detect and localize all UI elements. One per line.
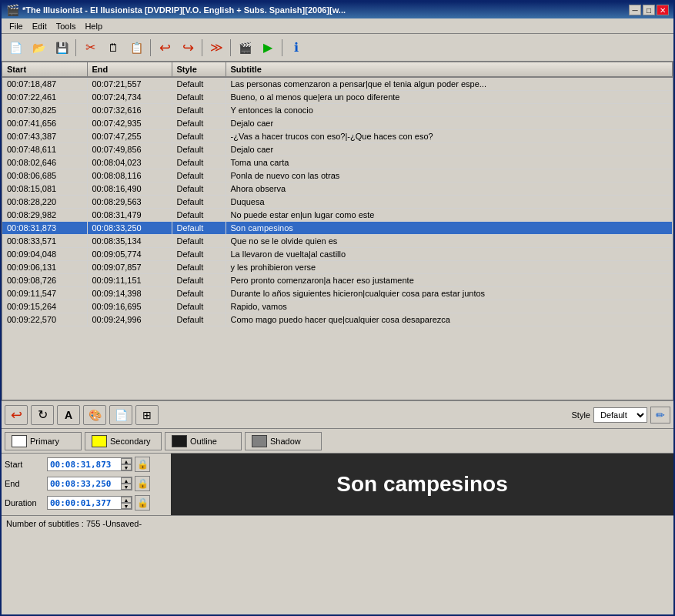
cell-start: 00:07:22,461 bbox=[2, 91, 87, 104]
info-button[interactable]: ℹ bbox=[286, 38, 307, 58]
save-button[interactable]: 💾 bbox=[51, 38, 72, 58]
table-row[interactable]: 00:08:06,685 00:08:08,116 Default Ponla … bbox=[2, 169, 673, 182]
restore-button[interactable]: □ bbox=[643, 5, 655, 15]
paste-button[interactable]: 📋 bbox=[125, 38, 147, 58]
new-button[interactable]: 📄 bbox=[5, 38, 26, 58]
cell-subtitle: y les prohibieron verse bbox=[226, 261, 673, 274]
primary-color-swatch bbox=[12, 435, 27, 447]
app-window: 🎬 *The Illusionist - El Ilusionista [DVD… bbox=[0, 0, 675, 616]
window-controls: ─ □ ✕ bbox=[629, 5, 669, 15]
cell-style: Default bbox=[172, 77, 226, 91]
end-time-input[interactable] bbox=[48, 478, 121, 490]
subtitle-preview-area: Son campesinos bbox=[171, 454, 673, 515]
redo-action-button[interactable]: ↻ bbox=[31, 405, 54, 425]
outline-color-button[interactable]: Outline bbox=[165, 432, 242, 450]
table-row[interactable]: 00:09:08,726 00:09:11,151 Default Pero p… bbox=[2, 274, 673, 287]
end-up-button[interactable]: ▲ bbox=[121, 477, 132, 484]
table-row[interactable]: 00:08:15,081 00:08:16,490 Default Ahora … bbox=[2, 182, 673, 196]
undo-action-button[interactable]: ↩ bbox=[5, 405, 28, 425]
subtitle-table-container[interactable]: Start End Style Subtitle 00:07:18,487 00… bbox=[2, 62, 673, 400]
duration-down-button[interactable]: ▼ bbox=[121, 503, 132, 509]
duration-up-button[interactable]: ▲ bbox=[121, 497, 132, 503]
end-lock-button[interactable]: 🔒 bbox=[135, 476, 150, 491]
cell-subtitle: Toma una carta bbox=[226, 156, 673, 169]
cell-subtitle: Pero pronto comenzaron|a hacer eso justa… bbox=[226, 274, 673, 287]
menu-file[interactable]: File bbox=[5, 21, 28, 32]
video-button[interactable]: 🎬 bbox=[234, 38, 256, 58]
table-row[interactable]: 00:07:48,611 00:07:49,856 Default Dejalo… bbox=[2, 143, 673, 156]
redo-button[interactable]: ↪ bbox=[177, 38, 199, 58]
color-pick-button[interactable]: 🎨 bbox=[83, 405, 106, 425]
table-row[interactable]: 00:08:28,220 00:08:29,563 Default Duques… bbox=[2, 196, 673, 209]
table-row[interactable]: 00:07:18,487 00:07:21,557 Default Las pe… bbox=[2, 77, 673, 91]
cell-subtitle: Que no se le olvide quien es bbox=[226, 235, 673, 248]
style-edit-button[interactable]: ✏ bbox=[650, 407, 670, 424]
shadow-color-button[interactable]: Shadow bbox=[245, 432, 322, 450]
menu-bar: File Edit Tools Help bbox=[2, 18, 673, 34]
undo-button[interactable]: ↩ bbox=[154, 38, 175, 58]
menu-tools[interactable]: Tools bbox=[52, 21, 81, 32]
cell-end: 00:08:08,116 bbox=[87, 169, 172, 182]
cell-style: Default bbox=[172, 235, 226, 248]
cell-subtitle: -¿Vas a hacer trucos con eso?|-¿Que hace… bbox=[226, 130, 673, 143]
cell-start: 00:07:18,487 bbox=[2, 77, 87, 91]
table-row[interactable]: 00:09:11,547 00:09:14,398 Default Durant… bbox=[2, 287, 673, 300]
play-button[interactable]: ▶ bbox=[257, 38, 279, 58]
cell-start: 00:09:04,048 bbox=[2, 248, 87, 261]
primary-color-button[interactable]: Primary bbox=[5, 432, 82, 450]
cell-style: Default bbox=[172, 209, 226, 222]
extra-button1[interactable]: 📄 bbox=[109, 405, 132, 425]
menu-help[interactable]: Help bbox=[80, 21, 107, 32]
font-button[interactable]: A bbox=[57, 405, 80, 425]
end-down-button[interactable]: ▼ bbox=[121, 484, 132, 490]
status-bar: Number of subtitles : 755 -Unsaved- bbox=[2, 515, 673, 531]
copy-button[interactable]: 🗒 bbox=[102, 38, 124, 58]
col-header-start: Start bbox=[2, 62, 87, 77]
cell-start: 00:08:29,982 bbox=[2, 209, 87, 222]
grid-button[interactable]: ⊞ bbox=[135, 405, 159, 425]
cell-subtitle: Rapido, vamos bbox=[226, 300, 673, 313]
table-row[interactable]: 00:09:06,131 00:09:07,857 Default y les … bbox=[2, 261, 673, 274]
table-row[interactable]: 00:08:02,646 00:08:04,023 Default Toma u… bbox=[2, 156, 673, 169]
toolbar-separator-3 bbox=[202, 39, 202, 56]
style-dropdown[interactable]: Default bbox=[593, 407, 647, 423]
cell-end: 00:08:04,023 bbox=[87, 156, 172, 169]
cell-start: 00:08:31,873 bbox=[2, 222, 87, 235]
close-button[interactable]: ✕ bbox=[657, 5, 669, 15]
secondary-color-button[interactable]: Secondary bbox=[85, 432, 162, 450]
table-row[interactable]: 00:08:31,873 00:08:33,250 Default Son ca… bbox=[2, 222, 673, 235]
menu-edit[interactable]: Edit bbox=[28, 21, 52, 32]
cell-start: 00:08:06,685 bbox=[2, 169, 87, 182]
cell-style: Default bbox=[172, 300, 226, 313]
duration-lock-button[interactable]: 🔒 bbox=[135, 495, 150, 511]
table-row[interactable]: 00:08:29,982 00:08:31,479 Default No pue… bbox=[2, 209, 673, 222]
table-row[interactable]: 00:07:22,461 00:07:24,734 Default Bueno,… bbox=[2, 91, 673, 104]
start-lock-button[interactable]: 🔒 bbox=[135, 457, 150, 472]
table-row[interactable]: 00:07:43,387 00:07:47,255 Default -¿Vas … bbox=[2, 130, 673, 143]
duration-time-input[interactable] bbox=[48, 497, 121, 509]
start-time-input[interactable] bbox=[48, 459, 121, 470]
end-input-container: ▲ ▼ bbox=[47, 477, 132, 490]
cut-button[interactable]: ✂ bbox=[79, 38, 101, 58]
subtitle-preview-text: Son campesinos bbox=[336, 472, 508, 497]
table-row[interactable]: 00:07:30,825 00:07:32,616 Default Y ento… bbox=[2, 104, 673, 117]
table-row[interactable]: 00:09:15,264 00:09:16,695 Default Rapido… bbox=[2, 300, 673, 313]
start-down-button[interactable]: ▼ bbox=[121, 464, 132, 470]
cell-end: 00:09:11,151 bbox=[87, 274, 172, 287]
table-row[interactable]: 00:07:41,656 00:07:42,935 Default Dejalo… bbox=[2, 117, 673, 130]
table-row[interactable]: 00:09:04,048 00:09:05,774 Default La lle… bbox=[2, 248, 673, 261]
spell-button[interactable]: ≫ bbox=[206, 38, 227, 58]
start-up-button[interactable]: ▲ bbox=[121, 458, 132, 464]
cell-style: Default bbox=[172, 117, 226, 130]
cell-end: 00:09:05,774 bbox=[87, 248, 172, 261]
cell-end: 00:08:31,479 bbox=[87, 209, 172, 222]
table-row[interactable]: 00:08:33,571 00:08:35,134 Default Que no… bbox=[2, 235, 673, 248]
cell-style: Default bbox=[172, 287, 226, 300]
cell-start: 00:09:11,547 bbox=[2, 287, 87, 300]
start-label: Start bbox=[5, 460, 47, 469]
status-text: Number of subtitles : 755 -Unsaved- bbox=[6, 519, 142, 528]
cell-style: Default bbox=[172, 169, 226, 182]
table-row[interactable]: 00:09:22,570 00:09:24,996 Default Como m… bbox=[2, 313, 673, 326]
open-button[interactable]: 📂 bbox=[28, 38, 49, 58]
minimize-button[interactable]: ─ bbox=[629, 5, 641, 15]
